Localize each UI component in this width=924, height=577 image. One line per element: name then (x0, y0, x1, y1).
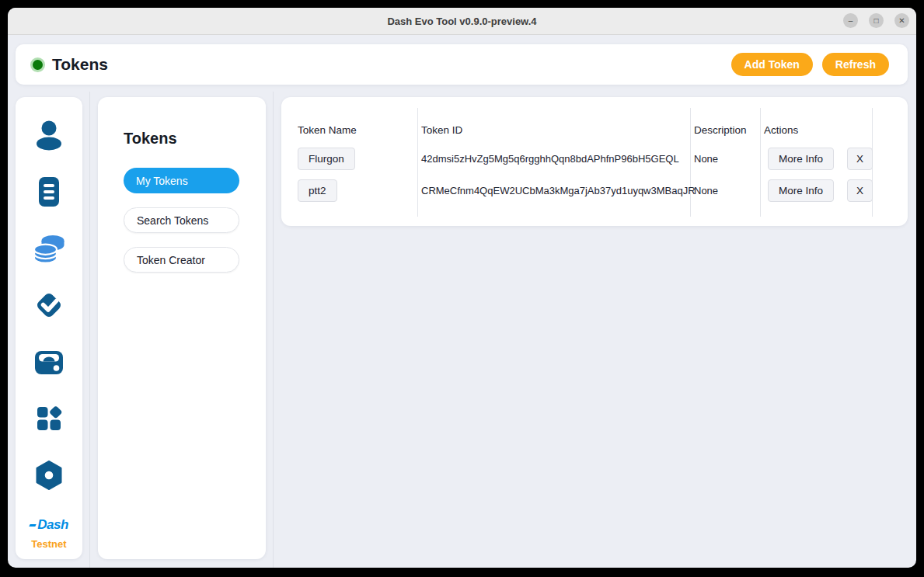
column-header-description: Description (690, 117, 760, 143)
app-window: Dash Evo Tool v0.9.0-preview.4 – □ ✕ Tok… (8, 8, 916, 568)
grid-icon (32, 401, 66, 436)
page-header: Tokens Add Token Refresh (16, 44, 908, 85)
more-info-button[interactable]: More Info (768, 179, 834, 202)
sidebar-footer: Dash Testnet (16, 517, 82, 550)
titlebar: Dash Evo Tool v0.9.0-preview.4 – □ ✕ (8, 8, 916, 35)
token-id-cell: 42dmsi5zHvZg5Mg5q6rgghhQqn8bdAPhfnP96bH5… (417, 143, 690, 175)
nav-item-token-creator[interactable]: Token Creator (124, 247, 239, 273)
dash-logo-text: Dash (37, 517, 68, 533)
icon-sidebar: Dash Testnet (16, 97, 82, 559)
document-icon (32, 175, 66, 209)
hex-nut-icon (32, 458, 66, 492)
panel-separator-left (89, 92, 90, 568)
panel-separator-main (273, 92, 274, 568)
token-description-cell: None (690, 143, 760, 175)
tokens-nav-panel: Tokens My Tokens Search Tokens Token Cre… (98, 97, 266, 559)
nav-title: Tokens (124, 130, 177, 148)
column-header-token-name: Token Name (281, 117, 417, 143)
dash-logo: Dash (16, 517, 82, 533)
token-id-cell: CRMeCfnm4QqEW2UCbMa3kMga7jAb37yd1uyqw3MB… (417, 175, 690, 207)
wallet-icon (32, 345, 66, 379)
tokens-table: Token Name Token ID Description Actions … (281, 117, 908, 207)
sidebar-item-contracts[interactable] (32, 175, 66, 209)
coins-icon (32, 231, 66, 266)
token-name-button[interactable]: ptt2 (298, 179, 337, 202)
nav-item-search-tokens[interactable]: Search Tokens (124, 207, 239, 233)
minimize-button[interactable]: – (843, 13, 858, 28)
sidebar-item-identities[interactable] (32, 118, 66, 152)
check-diamond-icon (32, 288, 66, 322)
table-row-cell: ptt2 (281, 175, 417, 207)
maximize-icon: □ (873, 17, 878, 25)
person-icon (32, 118, 66, 152)
nav-item-my-tokens[interactable]: My Tokens (124, 168, 239, 193)
remove-token-button[interactable]: X (847, 179, 873, 202)
close-icon: ✕ (898, 17, 905, 25)
remove-token-button[interactable]: X (847, 148, 873, 170)
token-name-button[interactable]: Flurgon (298, 148, 355, 170)
window-controls: – □ ✕ (843, 13, 909, 28)
add-token-button[interactable]: Add Token (731, 53, 813, 76)
more-info-button[interactable]: More Info (768, 148, 834, 170)
page-title: Tokens (52, 55, 108, 74)
sidebar-item-wallet[interactable] (32, 345, 66, 379)
maximize-button[interactable]: □ (869, 13, 884, 28)
column-header-token-id: Token ID (417, 117, 690, 143)
refresh-button[interactable]: Refresh (822, 53, 889, 76)
minimize-icon: – (849, 17, 853, 25)
table-row-cell: Flurgon (281, 143, 417, 175)
table-row-actions: More Info X (760, 143, 908, 175)
dash-logo-bar (30, 524, 37, 527)
close-button[interactable]: ✕ (894, 13, 909, 28)
table-row-actions: More Info X (760, 175, 908, 207)
sidebar-item-settings[interactable] (32, 458, 66, 492)
sidebar-item-tokens[interactable] (32, 231, 66, 266)
header-actions: Add Token Refresh (731, 53, 889, 76)
tokens-table-card: Token Name Token ID Description Actions … (281, 97, 908, 226)
network-label: Testnet (16, 538, 82, 550)
window-title: Dash Evo Tool v0.9.0-preview.4 (387, 16, 536, 27)
sidebar-item-platform[interactable] (32, 401, 66, 436)
sidebar-item-proofs[interactable] (32, 288, 66, 322)
connection-status-dot (30, 57, 45, 72)
column-header-actions: Actions (760, 117, 908, 143)
token-description-cell: None (690, 175, 760, 207)
